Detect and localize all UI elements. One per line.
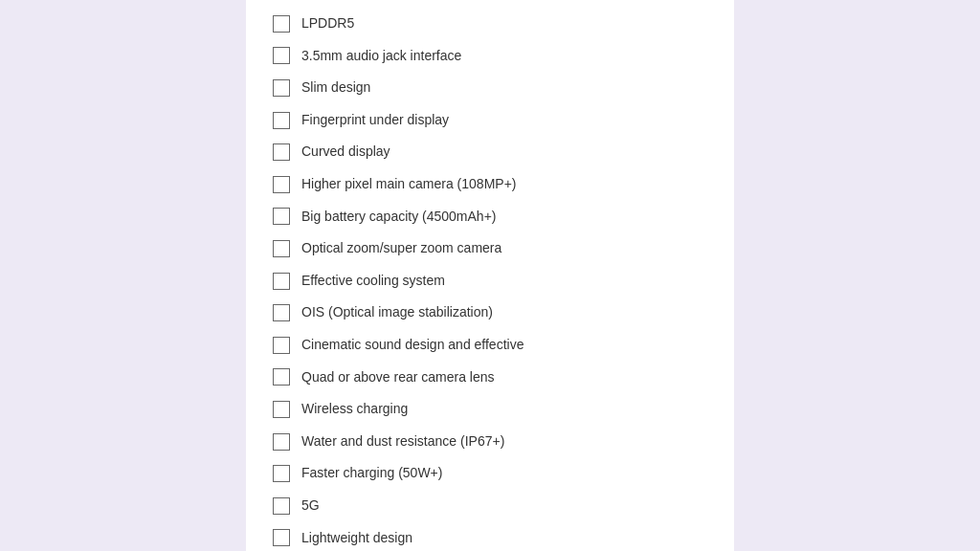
item-label-audio-jack: 3.5mm audio jack interface: [301, 47, 461, 66]
list-item: Water and dust resistance (IP67+): [246, 426, 734, 458]
checkbox-audio-jack[interactable]: [273, 47, 290, 64]
list-item: OIS (Optical image stabilization): [246, 297, 734, 329]
list-item: Cinematic sound design and effective: [246, 329, 734, 362]
list-item: 3.5mm audio jack interface: [246, 40, 734, 73]
item-label-water-dust: Water and dust resistance (IP67+): [301, 432, 504, 452]
checkbox-water-dust[interactable]: [273, 433, 290, 451]
list-item: Quad or above rear camera lens: [246, 362, 734, 394]
checkbox-lpddr5[interactable]: [273, 15, 290, 33]
item-label-slim-design: Slim design: [301, 78, 370, 98]
item-label-lpddr5: LPDDR5: [301, 14, 354, 33]
list-item: Curved display: [246, 136, 734, 168]
list-item: Lightweight design: [246, 522, 734, 552]
list-item: Effective cooling system: [246, 265, 734, 298]
checkbox-5g[interactable]: [273, 497, 290, 515]
checkbox-effective-cooling[interactable]: [273, 273, 290, 290]
item-label-5g: 5G: [301, 496, 320, 516]
checkbox-lightweight[interactable]: [273, 529, 290, 546]
item-label-faster-charging: Faster charging (50W+): [301, 464, 442, 483]
feature-checklist: LPDDR53.5mm audio jack interfaceSlim des…: [246, 8, 734, 551]
checkbox-optical-zoom[interactable]: [273, 240, 290, 257]
list-item: LPDDR5: [246, 8, 734, 40]
item-label-lightweight: Lightweight design: [301, 529, 412, 548]
item-label-effective-cooling: Effective cooling system: [301, 272, 445, 291]
checkbox-higher-pixel[interactable]: [273, 176, 290, 193]
checkbox-cinematic-sound[interactable]: [273, 337, 290, 354]
list-item: Optical zoom/super zoom camera: [246, 232, 734, 265]
item-label-optical-zoom: Optical zoom/super zoom camera: [301, 239, 501, 258]
list-item: Big battery capacity (4500mAh+): [246, 201, 734, 233]
checkbox-wireless-charging[interactable]: [273, 401, 290, 418]
checkbox-quad-camera[interactable]: [273, 368, 290, 386]
list-item: Wireless charging: [246, 393, 734, 426]
checkbox-fingerprint[interactable]: [273, 112, 290, 129]
item-label-wireless-charging: Wireless charging: [301, 400, 408, 419]
checklist-container: LPDDR53.5mm audio jack interfaceSlim des…: [246, 0, 734, 551]
checkbox-curved-display[interactable]: [273, 143, 290, 161]
list-item: Faster charging (50W+): [246, 457, 734, 490]
list-item: 5G: [246, 490, 734, 522]
list-item: Higher pixel main camera (108MP+): [246, 168, 734, 201]
checkbox-ois[interactable]: [273, 304, 290, 321]
checkbox-big-battery[interactable]: [273, 208, 290, 225]
checkbox-faster-charging[interactable]: [273, 465, 290, 482]
item-label-cinematic-sound: Cinematic sound design and effective: [301, 336, 523, 355]
item-label-higher-pixel: Higher pixel main camera (108MP+): [301, 175, 516, 194]
item-label-quad-camera: Quad or above rear camera lens: [301, 368, 495, 387]
list-item: Slim design: [246, 72, 734, 104]
checkbox-slim-design[interactable]: [273, 79, 290, 97]
item-label-ois: OIS (Optical image stabilization): [301, 303, 493, 322]
item-label-fingerprint: Fingerprint under display: [301, 111, 449, 130]
item-label-big-battery: Big battery capacity (4500mAh+): [301, 208, 497, 227]
item-label-curved-display: Curved display: [301, 143, 390, 162]
list-item: Fingerprint under display: [246, 104, 734, 137]
